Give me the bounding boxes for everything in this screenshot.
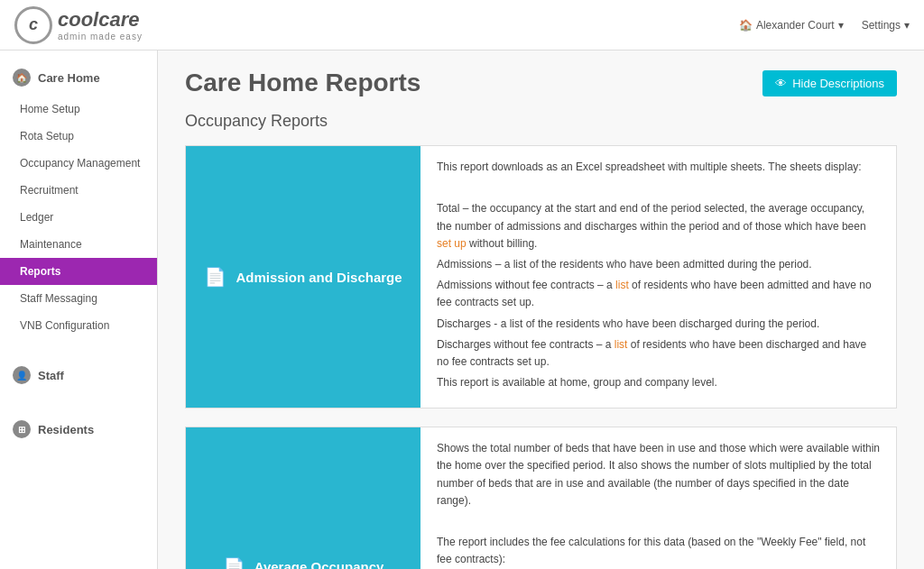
sidebar-item-reports[interactable]: Reports (0, 258, 157, 285)
sidebar-staff-heading[interactable]: 👤 Staff (0, 357, 157, 393)
set-up-link[interactable]: set up (437, 237, 467, 250)
settings-label: Settings (862, 19, 901, 32)
care-home-icon: 🏠 (13, 69, 31, 87)
settings-chevron-icon: ▾ (904, 19, 910, 32)
report-row-average-occupancy: 📄 Average Occupancy Shows the total numb… (185, 427, 897, 569)
logo-sub: admin made easy (58, 32, 143, 41)
sidebar-item-home-setup[interactable]: Home Setup (0, 96, 157, 123)
sidebar-item-recruitment[interactable]: Recruitment (0, 177, 157, 204)
staff-icon: 👤 (13, 366, 31, 384)
topbar-settings[interactable]: Settings ▾ (862, 19, 910, 32)
sidebar-care-home-section: 🏠 Care Home Home Setup Rota Setup Occupa… (0, 50, 157, 348)
sidebar-residents-section: ⊞ Residents (0, 402, 157, 456)
admission-discharge-description: This report downloads as an Excel spread… (420, 146, 896, 408)
sidebar-item-occupancy-management[interactable]: Occupancy Management (0, 150, 157, 177)
hide-desc-label: Hide Descriptions (792, 77, 884, 90)
logo-area: c coolcare admin made easy (14, 6, 143, 44)
hide-descriptions-button[interactable]: 👁 Hide Descriptions (762, 70, 897, 96)
topbar-right: 🏠 Alexander Court ▾ Settings ▾ (739, 19, 910, 32)
sidebar-item-rota-setup[interactable]: Rota Setup (0, 123, 157, 150)
sidebar-care-home-label: Care Home (38, 71, 100, 85)
admissions-list-link[interactable]: list (615, 279, 629, 291)
eye-icon: 👁 (775, 77, 787, 90)
sidebar-item-vnb-configuration[interactable]: VNB Configuration (0, 312, 157, 339)
average-occupancy-description: Shows the total number of beds that have… (420, 427, 896, 569)
discharges-list-link[interactable]: list (614, 338, 628, 351)
document-icon: 📄 (204, 266, 226, 288)
average-occupancy-button[interactable]: 📄 Average Occupancy (186, 427, 420, 569)
page-title: Care Home Reports (185, 69, 420, 97)
admission-discharge-label: Admission and Discharge (236, 270, 402, 285)
sidebar-care-home-heading[interactable]: 🏠 Care Home (0, 60, 157, 96)
sidebar-item-staff-messaging[interactable]: Staff Messaging (0, 285, 157, 312)
sidebar: 🏠 Care Home Home Setup Rota Setup Occupa… (0, 50, 158, 569)
sidebar-staff-section: 👤 Staff (0, 348, 157, 402)
document-icon-2: 📄 (223, 556, 245, 569)
sidebar-item-ledger[interactable]: Ledger (0, 204, 157, 231)
page-title-row: Care Home Reports 👁 Hide Descriptions (185, 69, 897, 97)
location-label: Alexander Court (756, 19, 835, 32)
average-occupancy-label: Average Occupancy (254, 559, 384, 569)
section-title: Occupancy Reports (185, 112, 897, 131)
admission-discharge-button[interactable]: 📄 Admission and Discharge (186, 146, 420, 408)
home-icon: 🏠 (739, 19, 753, 32)
sidebar-residents-heading[interactable]: ⊞ Residents (0, 411, 157, 447)
main-content: Care Home Reports 👁 Hide Descriptions Oc… (158, 50, 924, 569)
logo-brand: coolcare (58, 8, 143, 32)
sidebar-item-maintenance[interactable]: Maintenance (0, 231, 157, 258)
logo-icon: c (14, 6, 52, 44)
chevron-down-icon: ▾ (838, 19, 844, 32)
report-row-admission-discharge: 📄 Admission and Discharge This report do… (185, 145, 897, 408)
topbar-location[interactable]: 🏠 Alexander Court ▾ (739, 19, 844, 32)
topbar: c coolcare admin made easy 🏠 Alexander C… (0, 0, 924, 50)
sidebar-residents-label: Residents (38, 423, 94, 436)
layout: 🏠 Care Home Home Setup Rota Setup Occupa… (0, 50, 924, 569)
sidebar-staff-label: Staff (38, 369, 64, 382)
residents-icon: ⊞ (13, 420, 31, 438)
